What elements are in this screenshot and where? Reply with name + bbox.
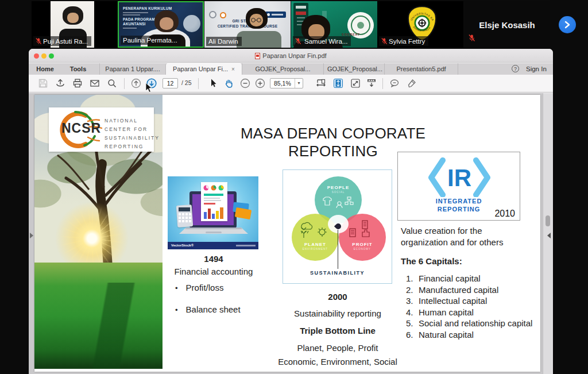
participant-name-bar: Ali Darwin [206,37,242,46]
file-tab-3[interactable]: GOJEK_Proposal... [323,63,384,75]
zoom-level-select[interactable]: 85,1% ▾ [270,78,303,88]
blurred-text-bar [123,28,137,29]
select-tool-icon[interactable] [208,78,218,88]
participant-name: Paulina Permata... [123,37,177,44]
zoom-in-button[interactable] [255,78,265,88]
gri-logo [209,11,216,18]
participant-shoulders [237,31,281,48]
comment-icon[interactable] [389,78,400,88]
sustainability-label: SUSTAINABILITY [283,270,392,276]
sustain-line-2: Triple Bottom Line [280,326,395,336]
blurred-text-bar [296,6,306,9]
video-tile-samuel[interactable]: GOGREAT Samuel Wira... [291,1,377,48]
search-icon[interactable] [107,78,117,88]
participant-name: Elsje Kosasih [464,20,550,30]
video-tile-sylvia[interactable]: UNIVERSITAS KATOLIK PARAHYANGAN Sylvia F… [377,1,463,48]
muted-mic-icon [469,34,475,44]
screenshot-root: Puji Astuti Ra... PENERAPAN KURIKULUM PA… [0,0,588,374]
close-tab-icon[interactable]: × [231,66,235,72]
share-icon[interactable] [55,78,65,88]
muted-mic-icon [295,37,301,45]
people-label: PEOPLE [315,185,362,190]
acrobat-window: Paparan Unpar Fin.pdf Home Tools Paparan… [29,49,553,374]
page-number-input[interactable]: 12 [163,78,178,88]
ir-line-1: INTEGRATED [398,198,520,205]
value-line-1: Value creation for the [401,226,482,236]
capital-item: 6.Natural capital [405,329,532,341]
capital-item: 1.Financial capital [405,273,532,284]
sign-in-button[interactable]: Sign In [526,63,547,75]
toolbar-separator [382,78,383,89]
sustain-line-1: Sustainability reporting [280,309,395,318]
window-title: Paparan Unpar Fin.pdf [29,52,553,59]
ncsr-abbr: NCSR [61,121,101,136]
file-tab-1-active[interactable]: Paparan Unpar Fi...× [165,63,242,75]
menu-tools[interactable]: Tools [61,63,95,75]
file-tab-2[interactable]: GOJEK_Proposal... [242,63,323,75]
blurred-text-bar [123,12,148,13]
left-pane-toggle[interactable] [30,233,33,238]
blurred-text-bar [123,14,140,16]
financial-bullet-1: Profit/loss [175,283,223,292]
fit-page-icon[interactable] [333,78,343,88]
social-label: SOCIAL [315,191,362,194]
report-charts [201,182,227,221]
participant-name-bar: Puji Astuti Ra... [33,36,91,46]
muted-mic-icon [36,37,41,45]
environment-label: ENVIRONMENT [292,248,339,250]
page-total-label: / 25 [181,79,192,86]
ir-logo: IR [398,156,521,197]
pdf-page: NCSR NATIONAL CENTER FOR SUSTAINABILITY … [34,95,540,372]
venn-diagram-box: PEOPLE SOCIAL PLANET ENVIRONMENT [283,169,392,284]
next-participants-button[interactable] [559,16,576,33]
ir-year: 2010 [494,209,515,219]
muted-mic-icon [381,37,387,45]
hand-tool-icon[interactable] [224,78,234,88]
video-tile-puji[interactable]: Puji Astuti Ra... [32,1,118,48]
blurred-text-bar [236,245,256,246]
sustain-line-3: Planet, People, Profit [280,343,395,353]
capitals-list: 1.Financial capital 2.Manufactured capit… [405,273,532,340]
previous-page-button[interactable] [131,78,141,88]
certified-banner [265,11,286,18]
participant-name: Puji Astuti Ra... [43,38,88,45]
scrollbar-thumb[interactable] [546,215,550,226]
pdf-file-icon [255,53,260,59]
document-area: NCSR NATIONAL CENTER FOR SUSTAINABILITY … [29,93,553,374]
file-tab-4[interactable]: Presentation5.pdf [384,63,458,75]
credit-card-orange [235,207,252,219]
participant-face [67,13,79,23]
capital-item: 2.Manufactured capital [405,284,532,296]
save-icon[interactable] [38,78,48,88]
participant-name-bar: Paulina Permata... [121,36,181,45]
participant-face [160,17,173,30]
right-pane-toggle[interactable] [547,233,551,238]
highlighter-icon[interactable] [407,78,417,88]
capitals-heading: The 6 Capitals: [401,256,462,266]
video-tile-paulina[interactable]: PENERAPAN KURIKULUM PADA PROGRAM STUDI S… [118,1,204,48]
blurred-text-bar [297,17,305,18]
email-icon[interactable] [90,78,100,88]
toolbar: 12 / 25 85,1% ▾ [29,75,553,92]
video-tile-elsje[interactable]: Elsje Kosasih [464,1,550,48]
toolbar-separator [198,78,199,89]
glasses-icon [250,18,264,22]
profit-icons [346,219,380,240]
fit-width-icon[interactable] [316,78,326,88]
menu-home[interactable]: Home [29,63,61,75]
file-tab-0[interactable]: Paparan 1 Uppar.... [99,63,165,75]
fullscreen-icon[interactable] [350,78,361,88]
toolbar-panel-icon[interactable] [366,78,377,88]
profit-label: PROFIT [339,242,386,247]
pin-line [338,230,338,269]
participant-name: Sylvia Fettry [389,38,425,45]
help-icon[interactable]: ? [512,65,519,72]
mouse-cursor [145,83,153,93]
video-tile-ali[interactable]: GRI STANDARD CERTIFIED TRAINING COURSE A… [204,1,291,48]
sustain-line-4: Economic, Environment, Social [269,357,407,367]
sustain-year: 2000 [292,292,384,302]
zoom-out-button[interactable] [240,78,250,88]
vectorstock-credit: VectorStock® [171,244,194,247]
participant-name-bar: Sylvia Fettry [379,36,428,46]
print-icon[interactable] [72,78,83,88]
